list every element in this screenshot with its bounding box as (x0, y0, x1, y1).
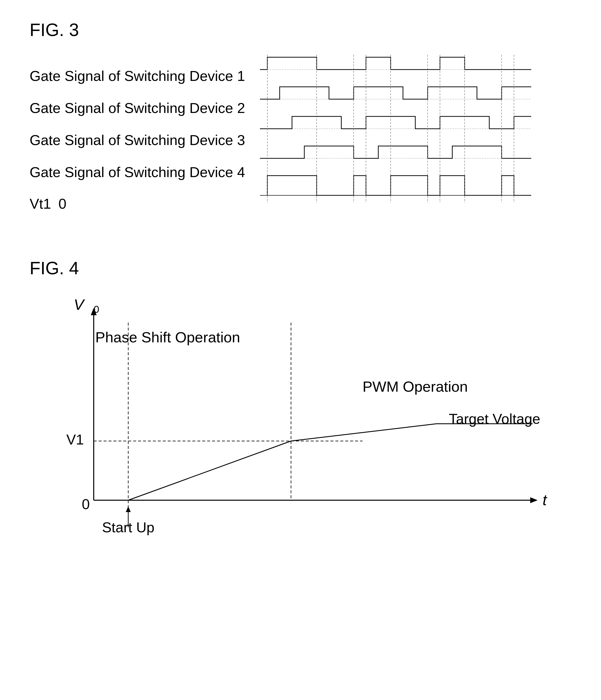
svg-marker-35 (126, 506, 131, 512)
svg-text:PWM Operation: PWM Operation (362, 378, 468, 395)
fig3-label: FIG. 3 (30, 20, 571, 40)
signal-labels: Gate Signal of Switching Device 1 Gate S… (30, 55, 245, 212)
fig3-waveform-svg (260, 55, 531, 227)
fig4-chart-svg: V 0 0 t V1 Phase Shift Operation PWM O (30, 298, 548, 569)
svg-text:0: 0 (82, 496, 90, 512)
fig4-section: FIG. 4 V 0 0 t (30, 258, 571, 570)
fig3-container: Gate Signal of Switching Device 1 Gate S… (30, 55, 571, 228)
signal-label-4: Gate Signal of Switching Device 4 (30, 156, 245, 188)
signal-label-1: Gate Signal of Switching Device 1 (30, 60, 245, 92)
fig4-label: FIG. 4 (30, 258, 571, 278)
svg-line-30 (128, 441, 291, 500)
vt1-zero-label: 0 (58, 195, 66, 212)
waveform-area (260, 55, 531, 228)
vt1-label: Vt1 (30, 195, 51, 212)
svg-text:t: t (543, 491, 548, 508)
svg-text:0: 0 (94, 304, 99, 315)
svg-text:V1: V1 (66, 431, 84, 447)
page: FIG. 3 Gate Signal of Switching Device 1… (0, 0, 601, 700)
svg-text:V: V (74, 298, 85, 313)
svg-line-31 (291, 424, 436, 441)
fig4-container: V 0 0 t V1 Phase Shift Operation PWM O (30, 298, 571, 570)
svg-text:Phase Shift Operation: Phase Shift Operation (95, 329, 240, 346)
signal-label-3: Gate Signal of Switching Device 3 (30, 124, 245, 156)
svg-text:Target Voltage: Target Voltage (449, 411, 540, 427)
svg-marker-18 (530, 497, 537, 503)
signal-label-2: Gate Signal of Switching Device 2 (30, 92, 245, 124)
